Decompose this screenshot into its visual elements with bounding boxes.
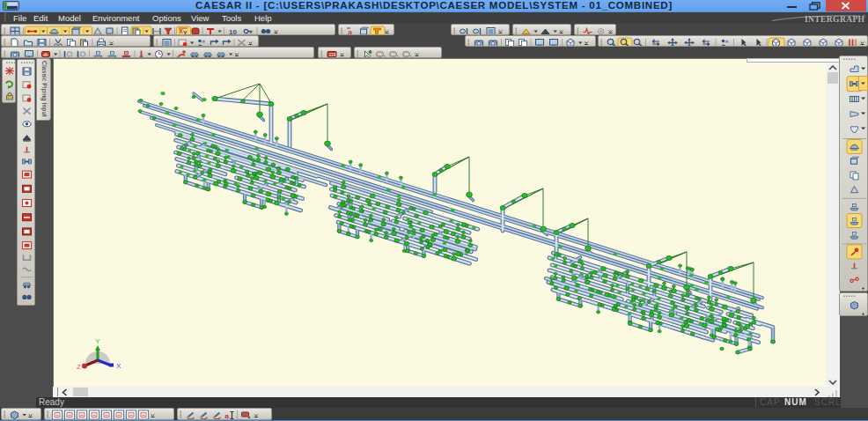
- svg-text:Y: Y: [95, 337, 100, 345]
- svg-text:Z: Z: [77, 363, 81, 371]
- svg-text:®: ®: [863, 14, 866, 19]
- svg-text:X: X: [116, 362, 121, 370]
- svg-text:db: db: [43, 52, 48, 57]
- svg-text:INTERGRAPH: INTERGRAPH: [805, 15, 865, 24]
- svg-text:119: 119: [329, 52, 336, 57]
- svg-text:a: a: [225, 412, 230, 420]
- svg-text:a: a: [348, 28, 353, 35]
- svg-text:10: 10: [229, 28, 237, 35]
